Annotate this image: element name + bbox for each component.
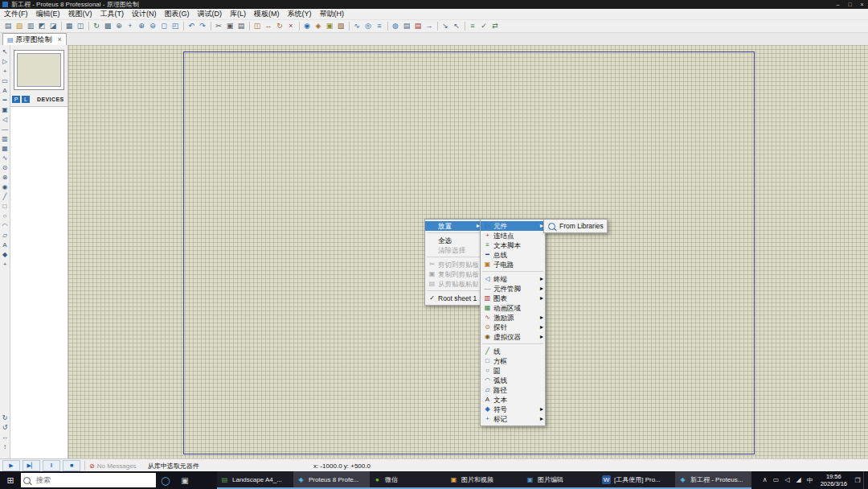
cut-icon[interactable]: ✂ bbox=[213, 21, 224, 31]
y-mirror-icon[interactable]: ↕ bbox=[1, 442, 10, 451]
pause-button[interactable]: ‖ bbox=[43, 460, 60, 471]
ime-language-indicator[interactable]: 中 bbox=[805, 476, 816, 485]
taskbar-search[interactable] bbox=[21, 473, 156, 487]
rotate-clockwise-icon[interactable]: ↻ bbox=[1, 413, 10, 422]
close-button[interactable]: × bbox=[856, 0, 868, 9]
place-menu-item[interactable]: ━ 总线 bbox=[481, 250, 545, 260]
taskbar-app-button[interactable]: ▤ Landscape A4_... bbox=[217, 471, 293, 489]
remove-sheet-icon[interactable]: ▤ bbox=[412, 21, 424, 31]
menubar-item[interactable]: 文件(F) bbox=[0, 9, 32, 19]
tab-close-icon[interactable]: × bbox=[58, 35, 62, 43]
2d-marker-mode-icon[interactable]: + bbox=[1, 260, 10, 269]
undo-icon[interactable]: ↶ bbox=[186, 21, 197, 31]
wire-autorouter-icon[interactable]: ∿ bbox=[351, 21, 362, 31]
menubar-item[interactable]: 编辑(E) bbox=[32, 9, 64, 19]
block-delete-icon[interactable]: × bbox=[285, 21, 297, 31]
selection-mode-icon[interactable]: ↖ bbox=[1, 47, 10, 56]
return-to-parent-icon[interactable]: ↖ bbox=[451, 21, 462, 31]
false-origin-icon[interactable]: ⊕ bbox=[113, 21, 125, 31]
place-menu-item[interactable]: ◁ 终端 bbox=[481, 274, 545, 284]
open-project-icon[interactable]: ▧ bbox=[14, 21, 25, 31]
2d-text-mode-icon[interactable]: A bbox=[1, 240, 10, 249]
block-rotate-icon[interactable]: ↻ bbox=[274, 21, 285, 31]
action-center-icon[interactable]: ❐ bbox=[852, 477, 863, 484]
tab-schematic-capture[interactable]: ▤ 原理图绘制 × bbox=[2, 33, 67, 45]
device-list[interactable] bbox=[10, 106, 68, 458]
print-icon[interactable]: ▦ bbox=[63, 21, 75, 31]
wire-label-mode-icon[interactable]: ▭ bbox=[1, 76, 10, 85]
maximize-button[interactable]: □ bbox=[844, 0, 856, 9]
place-menu-item[interactable]: ⊙ 探针 bbox=[481, 323, 545, 332]
taskbar-app-button[interactable]: W [工具使用] Pro... bbox=[599, 471, 675, 489]
voltage-probe-mode-icon[interactable]: ⊙ bbox=[1, 163, 10, 172]
block-copy-icon[interactable]: ◫ bbox=[252, 21, 263, 31]
place-menu-item[interactable]: ◉ 虚拟仪器 bbox=[481, 332, 545, 342]
task-view-icon[interactable]: ▣ bbox=[175, 476, 194, 485]
component-mode-icon[interactable]: ▷ bbox=[1, 57, 10, 66]
place-menu-item[interactable]: ◠ 弧线 bbox=[481, 376, 545, 385]
terminal-mode-icon[interactable]: ◁ bbox=[1, 115, 10, 124]
place-menu-item[interactable]: ▣ 子电路 bbox=[481, 260, 545, 269]
place-menu-item[interactable]: □ 方框 bbox=[481, 356, 545, 366]
virtual-instrument-mode-icon[interactable]: ◉ bbox=[1, 183, 10, 191]
place-menu-item[interactable]: ▷ 元件 bbox=[481, 221, 545, 231]
import-section-icon[interactable]: ◩ bbox=[36, 21, 47, 31]
export-section-icon[interactable]: ◪ bbox=[47, 21, 59, 31]
make-device-icon[interactable]: ◈ bbox=[313, 21, 324, 31]
new-sheet-icon[interactable]: ▤ bbox=[401, 21, 412, 31]
taskbar-app-button[interactable]: ◈ 新工程 - Proteus... bbox=[675, 471, 751, 489]
goto-sheet-icon[interactable]: → bbox=[424, 21, 435, 31]
place-menu-item[interactable]: ▥ 图表 bbox=[481, 294, 545, 303]
menubar-item[interactable]: 调试(D) bbox=[194, 9, 227, 19]
2d-line-mode-icon[interactable]: ╱ bbox=[1, 192, 10, 201]
stop-button[interactable]: ■ bbox=[63, 460, 80, 471]
zoom-area-icon[interactable]: ◰ bbox=[170, 21, 181, 31]
netlist-transfer-icon[interactable]: ⇄ bbox=[489, 21, 501, 31]
bus-mode-icon[interactable]: ━ bbox=[1, 96, 10, 105]
pick-device-button[interactable]: P bbox=[12, 96, 20, 103]
place-menu-item[interactable]: + 连结点 bbox=[481, 231, 545, 240]
display-icon[interactable]: ▭ bbox=[771, 476, 782, 485]
menubar-item[interactable]: 模板(M) bbox=[250, 9, 284, 19]
from-libraries-item[interactable]: From Libraries bbox=[544, 221, 607, 231]
property-assignment-icon[interactable]: ≡ bbox=[374, 21, 385, 31]
goto-cursor-icon[interactable]: + bbox=[125, 21, 136, 31]
2d-symbol-mode-icon[interactable]: ◆ bbox=[1, 250, 10, 259]
play-button[interactable]: ▶ bbox=[2, 460, 20, 471]
tape-recorder-mode-icon[interactable]: ▦ bbox=[1, 144, 10, 153]
mark-output-area-icon[interactable]: ◫ bbox=[75, 21, 86, 31]
context-menu-item[interactable]: ▣ 复制到剪贴板 bbox=[425, 269, 481, 279]
network-icon[interactable]: ◢ bbox=[793, 476, 805, 485]
paste-icon[interactable]: ▤ bbox=[235, 21, 247, 31]
zoom-all-icon[interactable]: ◻ bbox=[158, 21, 170, 31]
cortana-icon[interactable]: ◯ bbox=[156, 476, 175, 485]
block-move-icon[interactable]: ↔ bbox=[263, 21, 274, 31]
pick-parts-icon[interactable]: ◉ bbox=[301, 21, 313, 31]
menubar-item[interactable]: 视图(V) bbox=[64, 9, 96, 19]
clock[interactable]: 19:56 2026/3/16 bbox=[821, 473, 847, 488]
save-project-icon[interactable]: ▥ bbox=[25, 21, 36, 31]
2d-box-mode-icon[interactable]: □ bbox=[1, 202, 10, 211]
design-explorer-icon[interactable]: ◍ bbox=[390, 21, 401, 31]
copy-icon[interactable]: ▣ bbox=[224, 21, 235, 31]
new-project-icon[interactable]: ▤ bbox=[2, 21, 14, 31]
place-menu-item[interactable]: ≡ 文本脚本 bbox=[481, 240, 545, 250]
minimize-button[interactable]: – bbox=[832, 0, 844, 9]
2d-arc-mode-icon[interactable]: ◠ bbox=[1, 221, 10, 230]
redo-icon[interactable]: ↷ bbox=[197, 21, 208, 31]
context-menu-item[interactable]: 放置 bbox=[425, 221, 481, 231]
menubar-item[interactable]: 帮助(H) bbox=[316, 9, 349, 19]
menubar-item[interactable]: 图表(G) bbox=[161, 9, 194, 19]
generator-mode-icon[interactable]: ∿ bbox=[1, 154, 10, 162]
place-menu-item[interactable]: ∿ 激励源 bbox=[481, 313, 545, 323]
2d-path-mode-icon[interactable]: ▱ bbox=[1, 231, 10, 240]
menubar-item[interactable]: 设计(N) bbox=[128, 9, 161, 19]
taskbar-app-button[interactable]: ▣ 图片编辑 bbox=[522, 471, 599, 489]
context-menu-item[interactable]: 全选 bbox=[425, 236, 481, 245]
search-input[interactable] bbox=[35, 475, 156, 485]
toggle-grid-icon[interactable]: ▩ bbox=[102, 21, 113, 31]
place-menu-item[interactable]: + 标记 bbox=[481, 414, 545, 424]
step-button[interactable]: ▶▏ bbox=[23, 460, 40, 471]
taskbar-app-button[interactable]: ◈ Proteus 8 Profe... bbox=[293, 471, 370, 489]
hidden-icons-chevron[interactable]: ∧ bbox=[760, 476, 771, 485]
